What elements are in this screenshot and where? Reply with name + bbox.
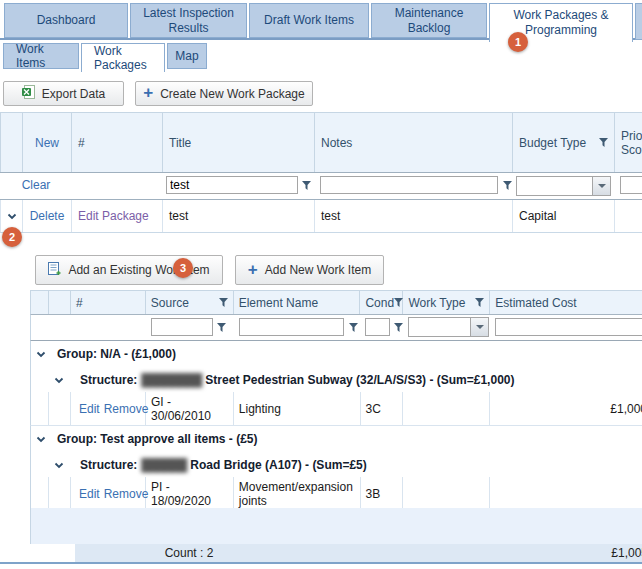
title-filter-input[interactable] <box>166 176 298 194</box>
new-column-header[interactable]: New <box>23 113 72 172</box>
budget-type-filter-dropdown[interactable] <box>516 176 611 196</box>
step-badge-3: 3 <box>173 258 193 278</box>
group-indent-cell <box>31 392 49 425</box>
group-indent-header <box>31 291 49 314</box>
dropdown-arrow-icon[interactable] <box>592 177 610 195</box>
filter-funnel-icon[interactable] <box>394 296 403 310</box>
delete-link[interactable]: Delete <box>30 209 65 223</box>
item-cost-cell: £1,000 <box>490 392 642 425</box>
remove-item-link[interactable]: Remove <box>104 402 149 416</box>
work-packages-grid: New # Title Notes Budget Type Priority S… <box>0 112 642 233</box>
group-row-test-approve[interactable]: Group: Test approve all items - (£5) <box>30 426 642 452</box>
chevron-down-icon <box>7 209 17 223</box>
delete-package-link-cell: Delete <box>23 200 72 232</box>
cond-filter-funnel-icon[interactable] <box>394 321 403 335</box>
structure-row-subway[interactable]: Structure: ████████ Street Pedestrian Su… <box>30 367 642 392</box>
title-column-header[interactable]: Title <box>163 113 315 172</box>
work-item-row: Edit Remove PI - 18/09/2020 Movement/exp… <box>30 477 642 511</box>
redacted-structure-name: ████████ <box>141 373 201 387</box>
remove-item-link[interactable]: Remove <box>104 487 149 501</box>
items-cost-total: £1,005 <box>490 544 642 562</box>
step-badge-2: 2 <box>2 227 22 247</box>
item-source-cell: GI - 30/06/2010 <box>146 392 234 425</box>
work-type-column-header[interactable]: Work Type <box>403 291 490 314</box>
structure-indent-header <box>49 291 71 314</box>
notes-filter-input[interactable] <box>320 176 498 194</box>
work-type-filter-dropdown[interactable] <box>408 317 489 337</box>
item-actions-cell: Edit Remove <box>71 477 146 510</box>
source-filter-input[interactable] <box>151 318 213 336</box>
group-row-na[interactable]: Group: N/A - (£1,000) <box>30 341 642 367</box>
items-filter-row <box>30 315 642 341</box>
filter-funnel-icon[interactable] <box>475 296 484 310</box>
items-footer-row: Count : 2 £1,005 <box>30 544 642 562</box>
partial-next-tab[interactable] <box>635 3 642 40</box>
element-filter-input[interactable] <box>239 318 344 336</box>
estimated-cost-column-header[interactable]: Estimated Cost <box>490 291 642 314</box>
work-items-grid: # Source Element Name Cond Work Type Est… <box>30 290 642 511</box>
item-cond-cell: 3C <box>361 392 404 425</box>
cond-column-header[interactable]: Cond <box>360 291 403 314</box>
page-bottom-border <box>0 562 642 564</box>
element-name-column-header[interactable]: Element Name <box>234 291 361 314</box>
edit-item-link[interactable]: Edit <box>79 487 100 501</box>
tab-maintenance-backlog[interactable]: Maintenance Backlog <box>371 3 487 38</box>
create-new-work-package-button[interactable]: + Create New Work Package <box>135 81 313 106</box>
document-plus-icon <box>48 262 61 279</box>
chevron-down-icon[interactable] <box>36 432 46 446</box>
export-data-button[interactable]: Export Data <box>3 81 124 106</box>
item-element-cell: Movement/expansion joints <box>234 477 361 510</box>
excel-export-icon <box>22 85 35 102</box>
item-work-type-cell <box>403 392 490 425</box>
edit-package-link-cell: Edit Package <box>72 200 163 232</box>
cond-filter-input[interactable] <box>365 318 390 336</box>
item-work-type-cell <box>403 477 490 510</box>
number-column-header[interactable]: # <box>72 113 163 172</box>
chevron-down-icon[interactable] <box>36 347 46 361</box>
footer-left-spacer <box>30 544 75 562</box>
package-priority-cell <box>615 200 642 232</box>
tab-draft-work-items[interactable]: Draft Work Items <box>249 3 369 38</box>
step-badge-1: 1 <box>508 32 528 52</box>
filter-funnel-icon[interactable] <box>599 136 608 150</box>
sub-tab-strip: Work Items Work Packages Map <box>3 43 207 72</box>
dropdown-arrow-icon[interactable] <box>470 318 488 336</box>
packages-header-row: New # Title Notes Budget Type Priority S… <box>0 112 642 173</box>
tab-latest-inspection-results[interactable]: Latest Inspection Results <box>130 3 247 38</box>
cost-filter-input[interactable] <box>495 318 642 336</box>
filter-funnel-icon[interactable] <box>219 296 228 310</box>
priority-score-column-header[interactable]: Priority Score <box>615 113 642 172</box>
notes-column-header[interactable]: Notes <box>315 113 513 172</box>
package-notes-cell: test <box>315 200 513 232</box>
edit-package-link[interactable]: Edit Package <box>78 209 149 223</box>
expander-column-header <box>0 113 23 172</box>
package-budget-cell: Capital <box>513 200 615 232</box>
item-source-cell: PI - 18/09/2020 <box>146 477 234 510</box>
source-column-header[interactable]: Source <box>146 291 234 314</box>
tab-work-items[interactable]: Work Items <box>3 43 79 69</box>
notes-filter-funnel-icon[interactable] <box>503 179 512 193</box>
tab-dashboard[interactable]: Dashboard <box>4 3 128 38</box>
chevron-down-icon[interactable] <box>54 373 64 387</box>
add-existing-work-item-button[interactable]: Add an Existing Work Item <box>35 255 223 285</box>
clear-filters-link[interactable]: Clear <box>0 178 72 192</box>
structure-row-road-bridge[interactable]: Structure: ██████ Road Bridge (A107) - (… <box>30 452 642 477</box>
title-filter-funnel-icon[interactable] <box>302 179 311 193</box>
chevron-down-icon[interactable] <box>54 458 64 472</box>
edit-item-link[interactable]: Edit <box>79 402 100 416</box>
work-packages-page: { "colors":{"badge":"#d6603c","tab_bg":"… <box>0 0 642 569</box>
tab-map[interactable]: Map <box>167 43 207 69</box>
source-filter-funnel-icon[interactable] <box>217 321 226 335</box>
add-new-work-item-button[interactable]: + Add New Work Item <box>235 255 384 285</box>
item-number-column-header[interactable]: # <box>71 291 146 314</box>
items-count: Count : 2 <box>145 544 233 562</box>
items-header-row: # Source Element Name Cond Work Type Est… <box>30 290 642 315</box>
element-filter-funnel-icon[interactable] <box>349 321 358 335</box>
budget-type-column-header[interactable]: Budget Type <box>513 113 615 172</box>
tab-work-packages[interactable]: Work Packages <box>81 43 165 72</box>
priority-score-filter-input[interactable] <box>620 176 642 194</box>
plus-icon: + <box>143 84 153 101</box>
packages-filter-row: Clear <box>0 173 642 200</box>
package-row: Delete Edit Package test test Capital <box>0 200 642 233</box>
work-item-row: Edit Remove GI - 30/06/2010 Lighting 3C … <box>30 392 642 426</box>
